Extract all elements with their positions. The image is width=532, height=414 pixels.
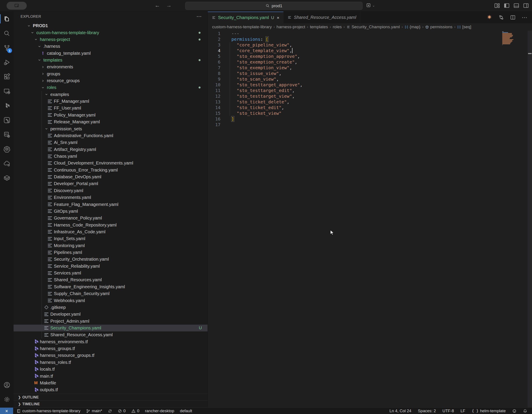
outline-section-header[interactable]: ❯ OUTLINE (14, 394, 208, 401)
breadcrumb-item-security-champions-yaml[interactable]: Security_Champions.yaml (347, 25, 400, 29)
activity-bar-item-kubernetes[interactable] (0, 142, 14, 156)
editor-tab-security-champions-yaml[interactable]: Security_Champions.yamlU× (208, 12, 284, 23)
code-line-1[interactable]: 1--- (208, 31, 532, 36)
breadcrumb-item-custom-harness-template-library[interactable]: custom-harness-template-library (212, 25, 272, 29)
tree-item-software-engineering-insights-yaml[interactable]: Software_Engineering_Insights.yaml (14, 283, 208, 290)
status-item-notifications[interactable] (523, 409, 527, 413)
tree-item-harness-code-repository-yaml[interactable]: Harness_Code_Repository.yaml (14, 221, 208, 228)
tree-item-security-champions-yaml[interactable]: Security_Champions.yamlU (14, 325, 208, 331)
code-line-9[interactable]: 9 "sto_scan_view", (208, 76, 532, 82)
activity-bar-item-run-debug[interactable] (0, 55, 14, 69)
tree-item-environments-yaml[interactable]: Environments.yaml (14, 194, 208, 201)
tree-item-locals-tf[interactable]: locals.tf (14, 366, 208, 373)
status-item-language-mode[interactable]: { }helm-template (472, 409, 506, 413)
tree-item-makefile[interactable]: MMakefile (14, 380, 208, 386)
command-center-search[interactable]: prod1 (185, 2, 362, 10)
tree-item-discovery-yaml[interactable]: Discovery.yaml (14, 187, 208, 194)
toggle-panel-icon[interactable] (513, 3, 519, 9)
editor-scrollbar[interactable] (528, 31, 532, 407)
code-line-2[interactable]: 2permissions: [ (208, 36, 532, 42)
tree-item-gitops-yaml[interactable]: GitOps.yaml (14, 208, 208, 215)
tree-item-services-yaml[interactable]: Services.yaml (14, 270, 208, 276)
code-line-11[interactable]: 11 "sto_testtarget_edit", (208, 88, 532, 93)
close-icon[interactable]: × (277, 15, 279, 20)
activity-bar-item-cloud-tools[interactable] (0, 156, 14, 171)
status-item-sync[interactable] (108, 409, 112, 413)
code-line-3[interactable]: 3 "core_pipeline_view", (208, 42, 532, 48)
tree-item-templates[interactable]: templates (14, 57, 208, 64)
breadcrumb-item-roles[interactable]: roles (333, 25, 342, 29)
timeline-section-header[interactable]: ❯ TIMELINE (14, 400, 208, 407)
tree-item-administrative-functions-yaml[interactable]: Administrative_Functions.yaml (14, 132, 208, 139)
tree-item--gitkeep[interactable]: .gitkeep (14, 304, 208, 311)
code-line-15[interactable]: 15 "sto_ticket_view" (208, 110, 532, 116)
activity-bar-item-extensions[interactable] (0, 69, 14, 84)
tree-item-service-reliability-yaml[interactable]: Service_Reliability.yaml (14, 263, 208, 270)
activity-bar-item-settings-gear[interactable] (0, 392, 14, 406)
code-line-17[interactable]: 17 (208, 122, 532, 127)
tree-item-ff-user-yaml[interactable]: FF_User.yaml (14, 105, 208, 112)
tree-item-examples[interactable]: examples (14, 91, 208, 98)
copilot-icon[interactable] (486, 14, 492, 20)
status-item-eol[interactable]: LF (460, 409, 465, 413)
status-item-indentation[interactable]: Spaces: 2 (418, 409, 436, 413)
status-item-encoding[interactable]: UTF-8 (442, 409, 454, 413)
tree-item-feature-flag-management-yaml[interactable]: Feature_Flag_Management.yaml (14, 201, 208, 208)
navigate-forward-button[interactable]: → (166, 2, 172, 9)
split-editor-icon[interactable] (510, 15, 516, 20)
tree-item-custom-harness-template-library[interactable]: custom-harness-template-library (14, 29, 208, 36)
code-line-10[interactable]: 10 "sto_testtarget_approve", (208, 82, 532, 88)
tree-item-project-admin-yaml[interactable]: Project_Admin.yaml (14, 318, 208, 324)
code-line-5[interactable]: 5 "sto_exemption_approve", (208, 53, 532, 59)
activity-bar-item-containers[interactable] (0, 171, 14, 185)
breadcrumb-item-templates[interactable]: templates (310, 25, 328, 29)
tree-item-catalog-template-yaml[interactable]: !catalog_template.yaml (14, 50, 208, 57)
tree-item-roles[interactable]: roles (14, 84, 208, 91)
explorer-more-actions-icon[interactable]: ⋯ (196, 13, 202, 19)
code-line-12[interactable]: 12 "sto_testtarget_view", (208, 93, 532, 99)
tree-item-continuous-error-tracking-yaml[interactable]: Continuous_Error_Tracking.yaml (14, 167, 208, 173)
tree-item-artifact-registry-yaml[interactable]: Artifact_Registry.yaml (14, 146, 208, 153)
tree-item-chaos-yaml[interactable]: Chaos.yaml (14, 153, 208, 160)
breadcrumb-item--map-[interactable]: {map} (405, 25, 421, 29)
status-item-git-branch[interactable]: main* (86, 409, 102, 413)
tree-item-database-devops-yaml[interactable]: Database_DevOps.yaml (14, 173, 208, 180)
breadcrumb-item-harness-project[interactable]: harness-project (276, 25, 305, 29)
editor-tab-shared-resource-access-yaml[interactable]: Shared_Resource_Access.yaml (284, 12, 360, 23)
status-item-repo[interactable]: custom-harness-template-library (17, 409, 80, 413)
status-item-feedback[interactable] (512, 409, 516, 413)
status-item-kube-context[interactable]: rancher-desktop (145, 409, 174, 413)
more-actions-icon[interactable]: ⋯ (522, 14, 528, 21)
status-item-problems-warnings[interactable]: 0 (131, 409, 139, 413)
tree-item-developer-portal-yaml[interactable]: Developer_Portal.yaml (14, 180, 208, 187)
tree-item-input-sets-yaml[interactable]: Input_Sets.yaml (14, 235, 208, 242)
tree-item-shared-resources-yaml[interactable]: Shared_Resources.yaml (14, 276, 208, 283)
tree-item-supply-chain-security-yaml[interactable]: Supply_Chain_Security.yaml (14, 290, 208, 297)
code-line-14[interactable]: 14 "sto_ticket_edit", (208, 105, 532, 110)
tree-item-monitoring-yaml[interactable]: Monitoring.yaml (14, 242, 208, 249)
tree-item--harness[interactable]: .harness (14, 43, 208, 50)
profile-sync-button[interactable]: ⌄ (366, 3, 375, 8)
tree-item-cloud-development-environments-yaml[interactable]: Cloud_Development_Environments.yaml (14, 160, 208, 166)
minimap[interactable] (502, 31, 514, 46)
tree-item-pipelines-yaml[interactable]: Pipelines.yaml (14, 249, 208, 256)
status-item-kube-namespace[interactable]: default (180, 409, 192, 413)
tree-item-governance-policy-yaml[interactable]: Governance_Policy.yaml (14, 215, 208, 221)
tree-item-developer-yaml[interactable]: Developer.yaml (14, 311, 208, 318)
activity-bar-item-dev-container-config[interactable] (0, 127, 14, 142)
remote-indicator[interactable] (0, 408, 13, 414)
tree-item-prod1[interactable]: PROD1 (14, 22, 208, 29)
breadcrumb-item--seq-[interactable]: [seq] (457, 25, 471, 29)
tree-item-webhooks-yaml[interactable]: Webhooks.yaml (14, 297, 208, 304)
toggle-secondary-sidebar-icon[interactable] (523, 3, 529, 9)
code-line-6[interactable]: 6 "sto_exemption_create", (208, 59, 532, 65)
tree-item-infrastruce-as-code-yaml[interactable]: Infrastruce_As_Code.yaml (14, 229, 208, 235)
tree-item-main-tf[interactable]: main.tf (14, 373, 208, 379)
code-line-4[interactable]: 4 "core_template_view", (208, 48, 532, 53)
activity-bar-item-explorer[interactable] (0, 12, 14, 26)
activity-bar-item-source-control[interactable]: 1 (0, 40, 14, 55)
tree-item-harness-environments-tf[interactable]: harness_environments.tf (14, 338, 208, 345)
tree-item-outputs-tf[interactable]: outputs.tf (14, 386, 208, 393)
toggle-primary-sidebar-icon[interactable] (504, 3, 510, 9)
tree-item-ff-manager-yaml[interactable]: FF_Manager.yaml (14, 98, 208, 105)
